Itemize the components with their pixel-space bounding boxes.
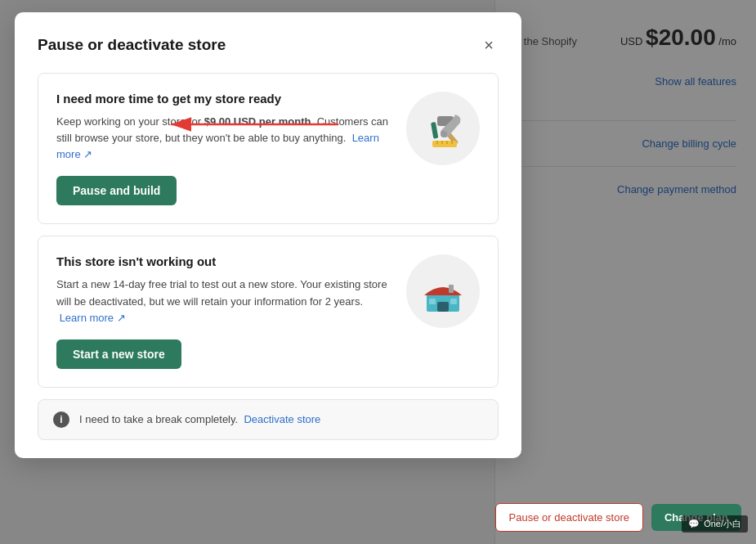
new-store-desc-text: Start a new 14-day free trial to test ou… [56,278,387,307]
modal-header: Pause or deactivate store × [38,35,499,55]
info-bar: i I need to take a break completely. Dea… [38,399,499,440]
svg-rect-4 [432,141,457,147]
wechat-icon: 💬 [688,519,700,529]
pause-build-icon [406,92,480,165]
deactivate-store-link[interactable]: Deactivate store [244,413,320,425]
svg-rect-15 [429,299,436,304]
modal-close-button[interactable]: × [479,35,499,55]
desc-prefix: Keep working on your store for [56,115,204,128]
info-text-prefix: I need to take a break completely. [79,413,238,425]
watermark-label: One/小白 [704,518,741,530]
desc-price: $9.00 USD per month [204,115,311,128]
pause-deactivate-bottom-button[interactable]: Pause or deactivate store [495,503,643,532]
pause-build-desc: Keep working on your store for $9.00 USD… [56,114,393,163]
pause-deactivate-modal: Pause or deactivate store × I need more … [15,12,521,458]
info-text: I need to take a break completely. Deact… [79,413,320,425]
new-store-icon [406,254,480,328]
pause-build-button[interactable]: Pause and build [56,176,177,205]
svg-rect-16 [450,299,457,304]
svg-rect-17 [449,285,454,293]
tools-svg [414,100,472,157]
new-store-desc: Start a new 14-day free trial to test ou… [56,276,393,326]
svg-point-3 [441,131,447,137]
info-icon: i [53,411,69,428]
pause-build-card: I need more time to get my store ready K… [38,73,499,224]
modal-title: Pause or deactivate store [38,36,226,54]
new-store-learn-more-link[interactable]: Learn more ↗ [60,312,126,324]
new-store-button[interactable]: Start a new store [56,339,181,369]
new-store-heading: This store isn't working out [56,254,393,268]
watermark: 💬 One/小白 [682,515,748,533]
svg-rect-14 [437,302,449,312]
store-svg [414,263,472,320]
new-store-card: This store isn't working out Start a new… [38,236,499,387]
pause-build-card-text: I need more time to get my store ready K… [56,92,406,205]
new-store-card-text: This store isn't working out Start a new… [56,254,406,368]
pause-build-heading: I need more time to get my store ready [56,92,393,106]
